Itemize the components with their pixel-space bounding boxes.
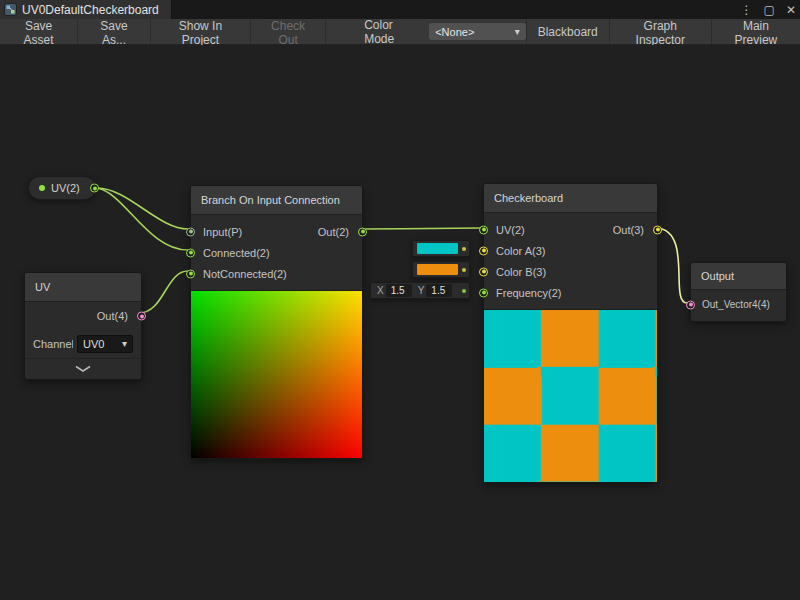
color-mode-dropdown[interactable]: <None> ▾ xyxy=(429,23,526,40)
checkerboard-color-a-label: Color A(3) xyxy=(496,245,546,257)
channel-label: Channel xyxy=(33,338,73,350)
color-a-connector-dot xyxy=(462,247,466,251)
branch-node[interactable]: Branch On Input Connection Input(P) Conn… xyxy=(190,185,363,459)
branch-input-label: Input(P) xyxy=(203,226,242,238)
branch-out-row: Out(2) xyxy=(318,221,362,242)
graph-tab[interactable]: UV0DefaultCheckerboard xyxy=(0,0,172,19)
branch-connected-label: Connected(2) xyxy=(203,247,270,259)
branch-preview xyxy=(191,290,362,458)
color-a-field[interactable] xyxy=(412,240,470,257)
checkerboard-out-port[interactable] xyxy=(653,225,662,234)
color-mode-value: <None> xyxy=(435,26,474,38)
checkerboard-frequency-label: Frequency(2) xyxy=(496,287,561,299)
checkerboard-preview xyxy=(484,309,657,482)
output-vector4-port[interactable] xyxy=(686,300,695,309)
uv-out-label: Out(4) xyxy=(97,310,128,322)
uv-property-pill[interactable]: UV(2) xyxy=(28,176,96,200)
check-out-button: Check Out xyxy=(251,19,326,44)
frequency-y-input[interactable]: 1.5 xyxy=(426,284,452,297)
branch-notconnected-port[interactable] xyxy=(186,269,195,278)
branch-input-port[interactable] xyxy=(186,227,195,236)
toolbar: Save Asset Save As... Show In Project Ch… xyxy=(0,19,800,45)
frequency-field[interactable]: X 1.5 Y 1.5 xyxy=(370,282,470,299)
color-a-swatch[interactable] xyxy=(417,243,458,254)
output-input-row: Out_Vector4(4) xyxy=(691,294,786,315)
branch-node-header[interactable]: Branch On Input Connection xyxy=(191,186,362,215)
color-mode-label: Color Mode xyxy=(356,18,429,46)
save-asset-button[interactable]: Save Asset xyxy=(0,19,78,44)
output-node-header[interactable]: Output xyxy=(691,263,786,290)
branch-connected-row: Connected(2) xyxy=(191,242,362,263)
tab-strip: UV0DefaultCheckerboard ⋮ ▢ ✕ xyxy=(0,0,800,19)
uv-property-label: UV(2) xyxy=(51,182,80,194)
frequency-connector-dot xyxy=(462,289,466,293)
checkerboard-out-label: Out(3) xyxy=(613,224,644,236)
output-node-title: Output xyxy=(701,270,734,282)
checkerboard-uv-label: UV(2) xyxy=(496,224,525,236)
blackboard-button[interactable]: Blackboard xyxy=(526,19,609,44)
checkerboard-uv-port[interactable] xyxy=(479,225,488,234)
checkerboard-out-row: Out(3) xyxy=(613,219,657,240)
branch-connected-port[interactable] xyxy=(186,248,195,257)
close-icon[interactable]: ✕ xyxy=(786,4,796,16)
color-b-swatch[interactable] xyxy=(417,264,458,275)
frequency-x-input[interactable]: 1.5 xyxy=(386,284,412,297)
checkerboard-color-b-port[interactable] xyxy=(479,267,488,276)
output-vector4-label: Out_Vector4(4) xyxy=(702,299,770,310)
uv-node-header[interactable]: UV xyxy=(25,273,141,302)
shader-graph-icon xyxy=(4,3,17,16)
save-as-button[interactable]: Save As... xyxy=(78,19,151,44)
frequency-x-label: X xyxy=(377,285,384,296)
uv-out-port[interactable] xyxy=(137,312,146,321)
checkerboard-frequency-row: Frequency(2) xyxy=(484,282,657,303)
window-controls: ⋮ ▢ ✕ xyxy=(741,0,796,19)
uv-node-collapse-button[interactable] xyxy=(25,358,141,379)
dropdown-arrow-icon: ▾ xyxy=(122,339,127,349)
tab-title: UV0DefaultCheckerboard xyxy=(22,3,159,17)
more-menu-icon[interactable]: ⋮ xyxy=(741,4,753,16)
branch-out-port[interactable] xyxy=(358,227,367,236)
show-in-project-button[interactable]: Show In Project xyxy=(151,19,251,44)
graph-inspector-button[interactable]: Graph Inspector xyxy=(609,19,711,44)
color-b-connector-dot xyxy=(462,268,466,272)
checkerboard-color-b-row: Color B(3) xyxy=(484,261,657,282)
frequency-y-label: Y xyxy=(418,285,425,296)
checkerboard-node[interactable]: Checkerboard UV(2) Color A(3) Color B(3)… xyxy=(483,183,658,483)
branch-notconnected-row: NotConnected(2) xyxy=(191,263,362,284)
checkerboard-color-a-row: Color A(3) xyxy=(484,240,657,261)
branch-out-label: Out(2) xyxy=(318,226,349,238)
uv-node[interactable]: UV Out(4) Channel UV0 ▾ xyxy=(24,272,142,380)
branch-node-title: Branch On Input Connection xyxy=(201,194,340,206)
uv-property-out-port[interactable] xyxy=(90,184,99,193)
property-dot-icon xyxy=(39,185,45,191)
output-node[interactable]: Output Out_Vector4(4) xyxy=(690,262,787,322)
checkerboard-node-header[interactable]: Checkerboard xyxy=(484,184,657,213)
uv-node-title: UV xyxy=(35,281,50,293)
checkerboard-node-title: Checkerboard xyxy=(494,192,563,204)
checkerboard-frequency-port[interactable] xyxy=(479,288,488,297)
channel-dropdown[interactable]: UV0 ▾ xyxy=(77,335,133,353)
checkerboard-color-a-port[interactable] xyxy=(479,246,488,255)
main-preview-button[interactable]: Main Preview xyxy=(711,19,800,44)
color-b-field[interactable] xyxy=(412,261,470,278)
dropdown-arrow-icon: ▾ xyxy=(515,27,520,37)
maximize-icon[interactable]: ▢ xyxy=(764,4,775,16)
chevron-down-icon xyxy=(74,365,92,373)
branch-notconnected-label: NotConnected(2) xyxy=(203,268,287,280)
checkerboard-color-b-label: Color B(3) xyxy=(496,266,546,278)
channel-value: UV0 xyxy=(83,338,104,350)
